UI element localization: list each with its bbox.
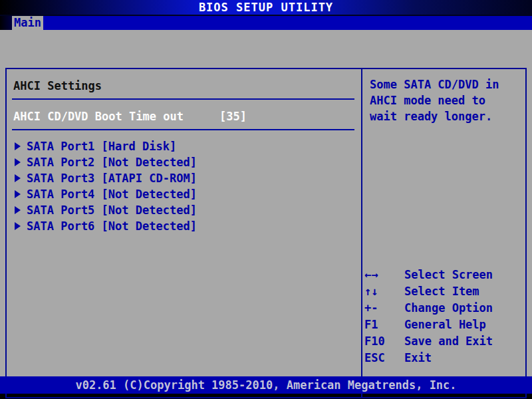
right-arrow-icon (15, 174, 21, 182)
port-label: SATA Port5 (27, 203, 94, 217)
legend-action: Exit (404, 350, 432, 366)
legend-action: Select Screen (404, 267, 493, 283)
option-ahci-boot-timeout[interactable]: AHCI CD/DVD Boot Time out [35] (13, 109, 352, 124)
list-item-sata-port2[interactable]: SATA Port2 [Not Detected] (13, 154, 352, 170)
content-area: AHCI Settings AHCI CD/DVD Boot Time out … (0, 30, 532, 376)
port-status: [Not Detected] (102, 156, 197, 169)
list-item-sata-port3[interactable]: SATA Port3 [ATAPI CD-ROM] (13, 170, 352, 186)
legend-save-exit: F10 Save and Exit (364, 333, 524, 350)
tab-main[interactable]: Main (12, 16, 43, 30)
esc-key: ESC (364, 350, 404, 366)
title-bar: BIOS SETUP UTILITY (0, 0, 532, 16)
sata-port-list: SATA Port1 [Hard Disk] SATA Port2 [Not D… (13, 138, 352, 234)
left-right-arrows-icon: ←→ (364, 267, 404, 283)
right-arrow-icon (15, 222, 21, 230)
legend-action: Select Item (404, 283, 479, 300)
panel-divider (361, 69, 362, 397)
help-line: wait ready longer. (370, 108, 520, 124)
f10-key: F10 (364, 333, 404, 350)
legend-action: Save and Exit (404, 333, 493, 350)
port-label: SATA Port3 (27, 172, 94, 185)
copyright-text: v02.61 (C)Copyright 1985-2010, American … (75, 378, 456, 392)
legend-general-help: F1 General Help (364, 317, 524, 333)
port-label: SATA Port4 (27, 188, 94, 201)
right-arrow-icon (15, 158, 21, 166)
legend-select-screen: ←→ Select Screen (364, 267, 524, 283)
page-title: BIOS SETUP UTILITY (199, 1, 333, 14)
help-line: AHCI mode need to (370, 92, 520, 108)
port-label: SATA Port1 (27, 140, 94, 153)
horizontal-rule (12, 98, 354, 100)
tab-bar: Main (0, 16, 532, 30)
port-status: [Hard Disk] (102, 140, 177, 153)
key-legend: ←→ Select Screen ↑↓ Select Item +- Chang… (364, 267, 524, 366)
option-value: [35] (219, 109, 247, 124)
horizontal-rule (12, 129, 354, 130)
right-arrow-icon (15, 206, 21, 214)
port-status: [Not Detected] (102, 219, 197, 233)
port-label: SATA Port6 (27, 219, 94, 233)
list-item-sata-port1[interactable]: SATA Port1 [Hard Disk] (13, 138, 352, 154)
section-heading: AHCI Settings (13, 78, 102, 94)
port-status: [Not Detected] (102, 188, 197, 201)
plus-minus-keys: +- (364, 300, 404, 317)
help-text: Some SATA CD/DVD in AHCI mode need to wa… (370, 76, 520, 124)
copyright-bar: v02.61 (C)Copyright 1985-2010, American … (0, 376, 532, 394)
port-status: [Not Detected] (102, 203, 197, 217)
option-label: AHCI CD/DVD Boot Time out (13, 109, 219, 124)
f1-key: F1 (364, 317, 404, 333)
port-label: SATA Port2 (27, 156, 94, 169)
list-item-sata-port6[interactable]: SATA Port6 [Not Detected] (13, 218, 352, 234)
list-item-sata-port4[interactable]: SATA Port4 [Not Detected] (13, 186, 352, 202)
bios-setup-screen: BIOS SETUP UTILITY Main AHCI Settings AH… (0, 0, 532, 399)
legend-change-option: +- Change Option (364, 300, 524, 317)
up-down-arrows-icon: ↑↓ (364, 283, 404, 300)
legend-select-item: ↑↓ Select Item (364, 283, 524, 300)
legend-action: Change Option (404, 300, 493, 317)
legend-action: General Help (404, 317, 486, 333)
port-status: [ATAPI CD-ROM] (102, 172, 197, 185)
right-arrow-icon (15, 190, 21, 198)
right-arrow-icon (15, 142, 21, 150)
help-line: Some SATA CD/DVD in (370, 76, 520, 92)
legend-exit: ESC Exit (364, 350, 524, 366)
list-item-sata-port5[interactable]: SATA Port5 [Not Detected] (13, 202, 352, 218)
